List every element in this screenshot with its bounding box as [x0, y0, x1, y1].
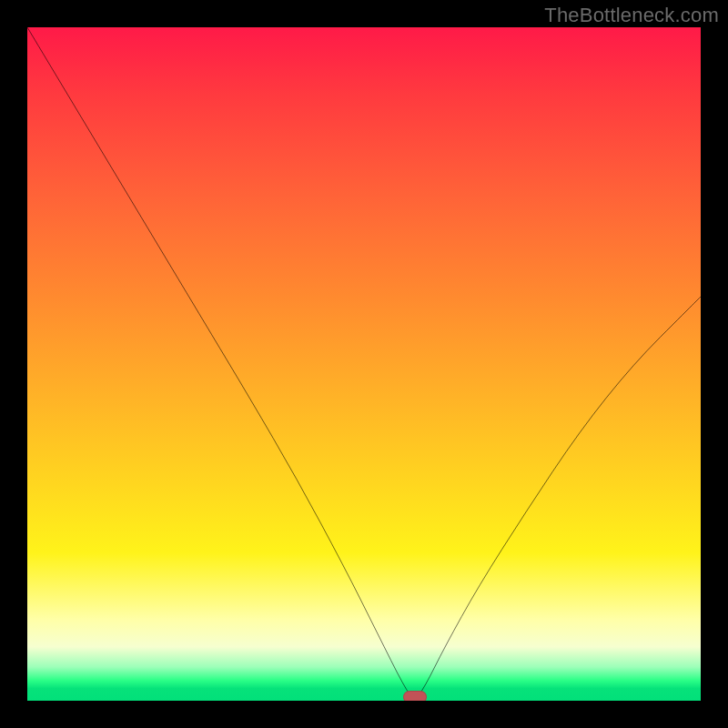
optimum-marker: [403, 691, 427, 701]
plot-area: [27, 27, 701, 701]
watermark-text: TheBottleneck.com: [544, 4, 719, 27]
chart-frame: TheBottleneck.com: [0, 0, 728, 728]
bottleneck-curve: [27, 27, 701, 697]
curve-svg: [27, 27, 701, 701]
